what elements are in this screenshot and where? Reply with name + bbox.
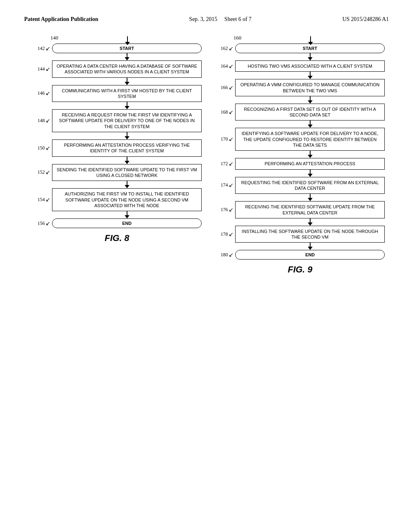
fig8-box-150: PERFORMING AN ATTESTATION PROCESS VERIFY… (52, 139, 202, 157)
diagrams-container: 140 142 ↙ START (24, 35, 389, 275)
fig9-box-174: REQUESTING THE IDENTIFIED SOFTWARE FROM … (235, 177, 385, 194)
fig9-node-166: 166 ↙ OPERATING A VMM CONFIGURED TO MANA… (215, 79, 385, 96)
fig9-node-178: 178 ↙ INSTALLING THE SOFTWARE UPDATE ON … (215, 226, 385, 243)
fig9-node-174: 174 ↙ REQUESTING THE IDENTIFIED SOFTWARE… (215, 177, 385, 194)
fig9-box-168: RECOGNIZING A FIRST DATA SET IS OUT OF I… (235, 104, 385, 121)
fig9-box-172: PERFORMING AN ATTESTATION PROCESS (235, 158, 385, 169)
fig8-node-150: 150 ↙ PERFORMING AN ATTESTATION PROCESS … (32, 139, 202, 157)
fig9-node-170: 170 ↙ IDENTIFYING A SOFTWARE UPDATE FOR … (215, 128, 385, 151)
fig9-box-170: IDENTIFYING A SOFTWARE UPDATE FOR DELIVE… (235, 128, 385, 151)
fig8-start-label: 142 (38, 46, 45, 52)
fig9-box-164: HOSTING TWO VMs ASSOCIATED WITH A CLIENT… (235, 60, 385, 72)
fig8-node-144: 144 ↙ OPERATING A DATA CENTER HAVING A D… (32, 60, 202, 78)
fig9-end-row: 180 ↙ END (215, 250, 385, 260)
date-sheet: Sep. 3, 2015 Sheet 6 of 7 (189, 16, 252, 23)
fig9-top-number: 160 (234, 35, 242, 41)
fig8-end-row: 156 ↙ END (32, 218, 202, 228)
fig9-title: FIG. 9 (288, 264, 312, 275)
fig9-node-176: 176 ↙ RECEIVING THE IDENTIFIED SOFTWARE … (215, 201, 385, 218)
fig8-box-154: AUTHORIZING THE FIRST VM TO INSTALL THE … (52, 188, 202, 211)
fig9-diagram: 160 162 ↙ START (215, 35, 385, 275)
fig8-node-148: 148 ↙ RECEIVING A REQUEST FROM THE FIRST… (32, 109, 202, 132)
fig8-node-152: 152 ↙ SENDING THE IDENTIFIED SOFTWARE UP… (32, 164, 202, 181)
page: Patent Application Publication Sep. 3, 2… (0, 0, 413, 532)
fig8-node-146: 146 ↙ COMMUNICATING WITH A FIRST VM HOST… (32, 85, 202, 102)
fig8-box-148: RECEIVING A REQUEST FROM THE FIRST VM ID… (52, 109, 202, 132)
fig9-box-176: RECEIVING THE IDENTIFIED SOFTWARE UPDATE… (235, 201, 385, 218)
fig8-box-152: SENDING THE IDENTIFIED SOFTWARE UPDATE T… (52, 164, 202, 181)
sheet: Sheet 6 of 7 (224, 16, 251, 22)
date: Sep. 3, 2015 (189, 16, 217, 22)
fig8-top-number: 140 (50, 35, 58, 41)
fig9-node-164: 164 ↙ HOSTING TWO VMs ASSOCIATED WITH A … (215, 60, 385, 72)
fig9-box-178: INSTALLING THE SOFTWARE UPDATE ON THE NO… (235, 226, 385, 243)
fig8-box-146: COMMUNICATING WITH A FIRST VM HOSTED BY … (52, 85, 202, 102)
fig8-end-box: END (52, 218, 202, 228)
fig9-box-166: OPERATING A VMM CONFIGURED TO MANAGE COM… (235, 79, 385, 96)
fig9-start-row: 162 ↙ START (215, 44, 385, 53)
publication-label: Patent Application Publication (24, 16, 98, 23)
fig9-node-168: 168 ↙ RECOGNIZING A FIRST DATA SET IS OU… (215, 104, 385, 121)
fig9-node-172: 172 ↙ PERFORMING AN ATTESTATION PROCESS (215, 158, 385, 169)
fig9-end-box: END (235, 250, 385, 260)
patent-number: US 2015/248286 A1 (342, 16, 389, 23)
fig8-box-144: OPERATING A DATA CENTER HAVING A DATABAS… (52, 60, 202, 78)
fig8-node-154: 154 ↙ AUTHORIZING THE FIRST VM TO INSTAL… (32, 188, 202, 211)
fig8-title: FIG. 8 (104, 233, 129, 243)
fig8-start-row: 142 ↙ START (32, 44, 202, 53)
page-header: Patent Application Publication Sep. 3, 2… (24, 16, 389, 23)
fig8-diagram: 140 142 ↙ START (32, 35, 202, 243)
